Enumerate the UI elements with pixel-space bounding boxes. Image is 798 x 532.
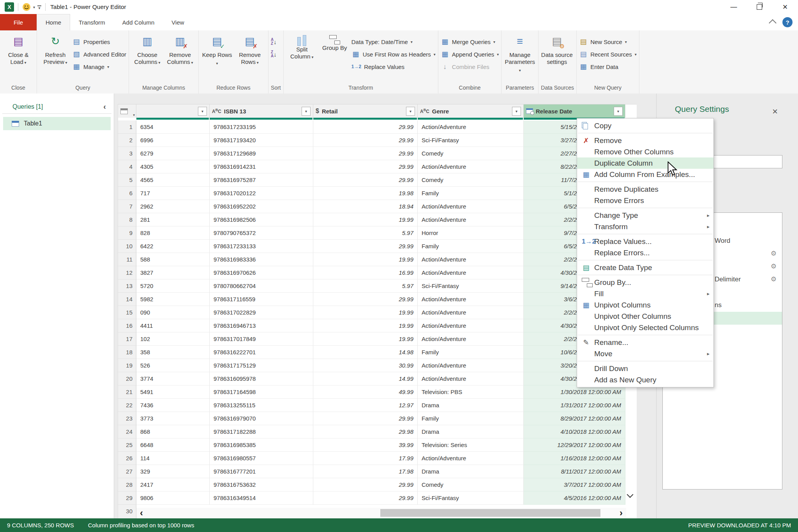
- row-number[interactable]: 22: [118, 399, 136, 412]
- table-cell[interactable]: 5.97: [313, 279, 418, 293]
- tab-view[interactable]: View: [163, 14, 192, 30]
- minimize-button[interactable]: —: [721, 0, 747, 14]
- table-cell[interactable]: 9786316983336: [210, 253, 313, 266]
- table-cell[interactable]: 7436: [136, 399, 210, 412]
- row-number[interactable]: 29: [118, 491, 136, 505]
- row-number[interactable]: 19: [118, 359, 136, 372]
- menu-item-move[interactable]: Move▸: [577, 348, 713, 359]
- collapse-ribbon-icon[interactable]: [769, 19, 777, 27]
- table-cell[interactable]: 9786317116559: [210, 293, 313, 306]
- table-cell[interactable]: Sci-Fi/Fantasy: [418, 491, 524, 505]
- menu-item-remove-other-columns[interactable]: Remove Other Columns: [577, 146, 713, 157]
- table-cell[interactable]: 9786316985385: [210, 438, 313, 452]
- row-number[interactable]: 17: [118, 332, 136, 346]
- menu-item-add-column-from-examples[interactable]: ▦Add Column From Examples...: [577, 169, 713, 180]
- row-number[interactable]: 14: [118, 293, 136, 306]
- table-cell[interactable]: 9786316777201: [210, 465, 313, 478]
- filter-dropdown-button[interactable]: ▾: [198, 107, 207, 116]
- table-cell[interactable]: Family: [418, 240, 524, 253]
- table-cell[interactable]: 9786317022829: [210, 306, 313, 319]
- table-cell[interactable]: 12.97: [313, 399, 418, 412]
- table-cell[interactable]: 588: [136, 253, 210, 266]
- table-cell[interactable]: 828: [136, 226, 210, 240]
- table-cell[interactable]: 9780790765372: [210, 226, 313, 240]
- row-number[interactable]: 6: [118, 187, 136, 200]
- tab-add-column[interactable]: Add Column: [114, 14, 163, 30]
- table-cell[interactable]: 358: [136, 346, 210, 359]
- menu-item-create-data-type[interactable]: ▤Create Data Type: [577, 262, 713, 273]
- table-cell[interactable]: 102: [136, 332, 210, 346]
- filter-dropdown-button[interactable]: ▾: [512, 107, 521, 116]
- table-cell[interactable]: 5.97: [313, 226, 418, 240]
- table-cell[interactable]: Action/Adventure: [418, 160, 524, 173]
- ribbon-button-sort-az-icon[interactable]: AZ↓: [271, 37, 277, 47]
- ribbon-button-group-by[interactable]: Group By: [319, 33, 351, 82]
- ribbon-button-data-source-settings[interactable]: ▤⚙Data source settings: [541, 33, 573, 82]
- table-cell[interactable]: 29.99: [313, 134, 418, 147]
- table-cell[interactable]: 12/29/2017 12:00:00 AM: [524, 438, 625, 452]
- table-cell[interactable]: 3774: [136, 372, 210, 385]
- column-header-isbn-13[interactable]: ABCISBN 13▾: [210, 104, 313, 118]
- menu-item-remove-errors[interactable]: Remove Errors: [577, 195, 713, 206]
- ribbon-button-keep-rows[interactable]: ▤✓Keep Rows ▾: [201, 33, 233, 82]
- table-cell[interactable]: Comedy: [418, 147, 524, 160]
- row-number[interactable]: 13: [118, 279, 136, 293]
- row-number[interactable]: 25: [118, 438, 136, 452]
- column-header-scrolled[interactable]: ▾: [136, 104, 210, 118]
- table-cell[interactable]: 6996: [136, 134, 210, 147]
- table-cell[interactable]: 3/7/2017 12:00:00 AM: [524, 478, 625, 491]
- table-cell[interactable]: 1/30/2018 12:00:00 AM: [524, 385, 625, 399]
- menu-item-remove[interactable]: ✗Remove: [577, 135, 713, 146]
- ribbon-button-refresh-preview[interactable]: ↻Refresh Preview ▾: [39, 33, 71, 82]
- table-cell[interactable]: 6422: [136, 240, 210, 253]
- row-number[interactable]: 3: [118, 147, 136, 160]
- table-cell[interactable]: 9786317164598: [210, 385, 313, 399]
- ribbon-button-remove-rows[interactable]: ▤✗Remove Rows ▾: [234, 33, 266, 82]
- table-cell[interactable]: 9786316753632: [210, 478, 313, 491]
- ribbon-button-enter-data[interactable]: ▦Enter Data: [579, 62, 637, 72]
- table-cell[interactable]: Action/Adventure: [418, 306, 524, 319]
- table-cell[interactable]: 19.99: [313, 319, 418, 332]
- table-cell[interactable]: 8/11/2017 12:00:00 AM: [524, 465, 625, 478]
- ribbon-button-use-first-row-as-headers[interactable]: ▦Use First Row as Headers▾: [351, 49, 436, 59]
- row-number[interactable]: 18: [118, 346, 136, 359]
- column-header-retail[interactable]: $Retail▾: [313, 104, 418, 118]
- table-cell[interactable]: Television: PBS: [418, 385, 524, 399]
- filter-dropdown-button[interactable]: ▾: [614, 107, 623, 116]
- row-number[interactable]: 30: [118, 505, 136, 519]
- row-number[interactable]: 15: [118, 306, 136, 319]
- table-cell[interactable]: 29.99: [313, 120, 418, 134]
- table-cell[interactable]: 9786313255115: [210, 399, 313, 412]
- table-cell[interactable]: 114: [136, 452, 210, 465]
- ribbon-button-sort-za-icon[interactable]: ZA↓: [271, 49, 277, 59]
- step-settings-gear-icon[interactable]: ⚙: [771, 249, 777, 258]
- table-cell[interactable]: 9786316970626: [210, 266, 313, 279]
- horizontal-scrollbar-track[interactable]: [147, 508, 616, 518]
- close-button[interactable]: ×: [772, 0, 798, 14]
- table-cell[interactable]: Action/Adventure: [418, 332, 524, 346]
- smiley-icon[interactable]: [22, 3, 31, 11]
- row-number[interactable]: 28: [118, 478, 136, 491]
- ribbon-button-split-column[interactable]: Split Column ▾: [286, 33, 318, 82]
- table-cell[interactable]: 29.99: [313, 173, 418, 187]
- smiley-dropdown-caret[interactable]: ▾: [33, 5, 35, 9]
- table-cell[interactable]: Drama: [418, 399, 524, 412]
- table-cell[interactable]: Action/Adventure: [418, 120, 524, 134]
- select-all-columns-button[interactable]: ▾: [118, 104, 136, 118]
- table-cell[interactable]: 29.99: [313, 478, 418, 491]
- customize-qat-icon[interactable]: ▾: [37, 5, 41, 9]
- table-cell[interactable]: 9786317175129: [210, 359, 313, 372]
- table-cell[interactable]: 9786317182288: [210, 425, 313, 438]
- table-cell[interactable]: 29.98: [313, 425, 418, 438]
- ribbon-button-remove-columns[interactable]: ▥✗Remove Columns ▾: [164, 33, 196, 82]
- row-number[interactable]: 8: [118, 213, 136, 226]
- table-cell[interactable]: 29.99: [313, 491, 418, 505]
- menu-item-replace-values[interactable]: 1→2Replace Values...: [577, 236, 713, 247]
- menu-item-drill-down[interactable]: Drill Down: [577, 363, 713, 374]
- table-cell[interactable]: 2417: [136, 478, 210, 491]
- row-number[interactable]: 12: [118, 266, 136, 279]
- table-cell[interactable]: 9786316914231: [210, 160, 313, 173]
- table-cell[interactable]: 868: [136, 425, 210, 438]
- column-header-genre[interactable]: ABCGenre▾: [418, 104, 524, 118]
- menu-item-rename[interactable]: ✎Rename...: [577, 337, 713, 348]
